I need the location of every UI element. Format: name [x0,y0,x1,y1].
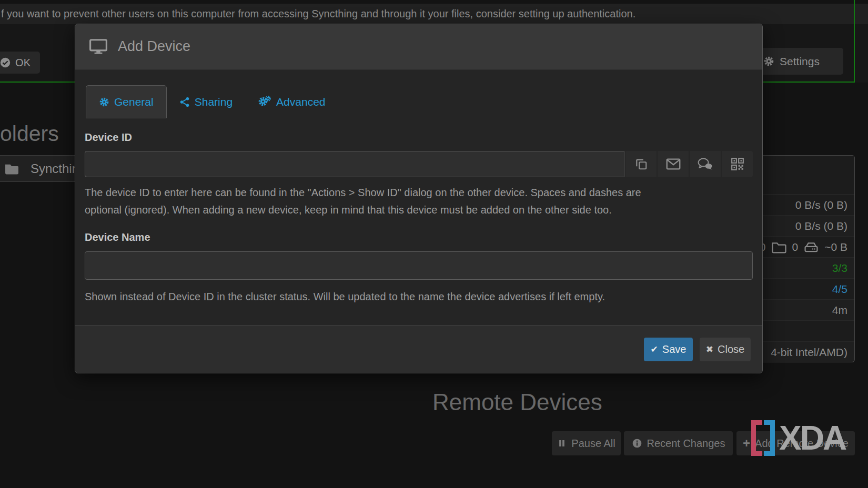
pause-all-label: Pause All [571,438,615,450]
close-label: Close [718,343,744,355]
device-id-help: The device ID to enter here can be found… [85,184,753,219]
local-size: ~0 B [824,241,847,253]
local-folders-count: 0 [792,241,799,253]
device-id-help-line2: optional (ignored). When adding a new de… [85,201,753,219]
modal-body: General Sharing Advanced Device ID [75,85,762,306]
check-icon: ✔ [651,344,658,355]
check-circle-icon [0,57,11,68]
settings-label: Settings [780,55,820,68]
remote-devices-heading: Remote Devices [432,389,602,415]
device-id-label: Device ID [85,131,753,144]
paste-from-clipboard-button[interactable] [625,151,657,177]
device-id-input[interactable] [85,151,624,177]
folders-heading: olders [0,121,59,146]
envelope-icon [666,158,681,170]
x-icon: ✖ [706,344,713,355]
save-button[interactable]: ✔ Save [644,338,693,361]
share-by-sms-button[interactable] [690,151,721,177]
device-id-help-line1: The device ID to enter here can be found… [85,184,753,201]
status-ok-badge[interactable]: OK [0,52,40,74]
device-name-label: Device Name [85,231,753,244]
show-qr-code-button[interactable] [722,151,753,177]
pause-all-button[interactable]: Pause All [552,431,621,455]
folder-icon [0,162,19,175]
add-remote-device-label: Add Remote Device [755,438,849,450]
recent-changes-button[interactable]: Recent Changes [624,431,733,455]
monitor-icon [89,39,107,54]
recent-changes-label: Recent Changes [647,438,725,450]
hard-drive-icon [803,241,819,253]
gear-icon [99,97,109,107]
device-name-input[interactable] [85,251,753,280]
modal-tabs: General Sharing Advanced [85,85,753,118]
share-icon [179,97,190,107]
gear-icon [763,56,774,67]
gears-icon [258,96,271,108]
info-icon [632,438,642,449]
close-button[interactable]: ✖ Close [700,338,751,361]
device-name-help: Shown instead of Device ID in the cluste… [85,288,753,306]
top-navbar: f you want to prevent other users on thi… [0,4,868,24]
plus-icon: + [743,436,750,451]
copy-icon [634,157,648,171]
modal-header: Add Device [75,24,762,69]
chat-bubbles-icon [698,158,713,170]
add-device-modal: Add Device General Sharing Adva [75,24,763,373]
tab-sharing[interactable]: Sharing [167,85,245,118]
share-by-email-button[interactable] [658,151,689,177]
tab-advanced[interactable]: Advanced [245,85,338,118]
ok-badge-label: OK [15,57,31,69]
add-remote-device-button[interactable]: + Add Remote Device [736,431,855,455]
modal-footer: ✔ Save ✖ Close [75,326,762,373]
modal-title: Add Device [118,38,190,55]
folder-outline-icon [771,241,787,253]
qr-code-icon [731,157,744,171]
tab-general[interactable]: General [86,85,167,118]
save-label: Save [662,343,687,355]
pause-icon [557,438,567,449]
device-id-group [85,151,753,177]
auth-warning-text: f you want to prevent other users on thi… [1,8,635,20]
